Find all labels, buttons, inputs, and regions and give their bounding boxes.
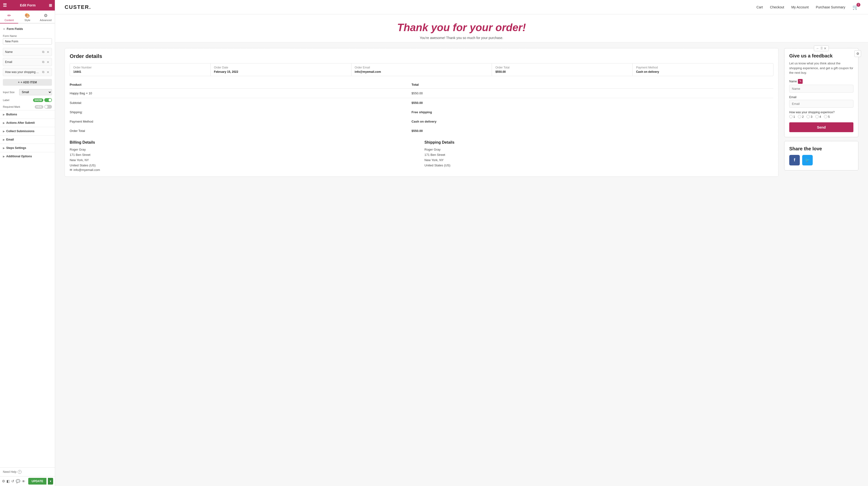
order-section: Order details Order Number 14441 Order D…	[65, 48, 778, 181]
input-size-select[interactable]: Small Medium Large	[19, 89, 52, 95]
menu-icon[interactable]: ☰	[3, 3, 7, 8]
totals-row-shipping: Shipping: Free shipping	[70, 108, 773, 117]
radio-circle-2	[798, 115, 801, 118]
meta-payment-method: Payment Method Cash on delivery	[633, 63, 773, 76]
radio-group: 1 2 3 4 5	[789, 115, 854, 119]
meta-order-date: Order Date February 15, 2022	[211, 63, 351, 76]
tab-advanced[interactable]: ⚙ Advanced	[37, 10, 55, 24]
form-name-label: Form Name	[3, 34, 52, 37]
radio-3[interactable]: 3	[806, 115, 812, 119]
required-mark-toggle-knob[interactable]	[44, 105, 52, 109]
widget-settings-icon[interactable]: ⚙	[855, 50, 861, 57]
advanced-icon: ⚙	[38, 13, 54, 18]
cart-badge: 0	[857, 3, 860, 7]
totals-row-payment: Payment Method Cash on delivery	[70, 117, 773, 126]
layers-icon[interactable]: ◧	[6, 478, 10, 485]
steps-settings-section: ▶ Steps Settings	[0, 144, 55, 152]
need-help[interactable]: Need Help ?	[0, 467, 55, 476]
send-button[interactable]: Send	[789, 122, 854, 132]
twitter-share-button[interactable]: 🐦	[802, 155, 813, 165]
radio-circle-5	[824, 115, 827, 118]
collect-submissions-section: ▶ Collect Submissions	[0, 127, 55, 135]
edit-name-field[interactable]: ✎	[798, 79, 803, 84]
main-body: Order details Order Number 14441 Order D…	[55, 42, 868, 187]
close-widget-btn[interactable]: ✕	[824, 47, 827, 50]
nav-checkout[interactable]: Checkout	[770, 5, 784, 9]
field-copy-name[interactable]: ⧉	[42, 50, 45, 54]
form-fields-toggle[interactable]: ▼ Form Fields	[3, 26, 52, 32]
tab-style[interactable]: 🎨 Style	[18, 10, 36, 24]
order-table: Product Total Happy Bag × 10 $550.00 Sub…	[70, 81, 773, 135]
field-delete-shopping[interactable]: ✕	[46, 70, 50, 74]
add-item-button[interactable]: + + ADD ITEM	[3, 79, 52, 86]
facebook-icon: f	[794, 157, 795, 162]
actions-after-submit-toggle[interactable]: ▶ Actions After Submit	[3, 119, 52, 127]
meta-order-number: Order Number 14441	[70, 63, 211, 76]
update-arrow-button[interactable]: ▾	[48, 478, 53, 485]
feedback-desc: Let us know what you think about the sho…	[789, 61, 854, 75]
nav-myaccount[interactable]: My Account	[792, 5, 809, 9]
history-icon[interactable]: ↺	[11, 478, 14, 485]
meta-order-total: Order Total $550.00	[492, 63, 633, 76]
grid-icon[interactable]: ⊞	[49, 3, 52, 8]
radio-1[interactable]: 1	[789, 115, 795, 119]
form-name-row: Form Name	[0, 33, 55, 47]
col-total: Total	[411, 81, 773, 89]
collect-submissions-toggle[interactable]: ▶ Collect Submissions	[3, 127, 52, 135]
totals-row-subtotal: Subtotal: $550.00	[70, 98, 773, 108]
thank-you-title: Thank you for your order!	[65, 22, 859, 33]
field-delete-email[interactable]: ✕	[46, 60, 50, 64]
field-copy-email[interactable]: ⧉	[42, 60, 45, 64]
steps-settings-toggle[interactable]: ▶ Steps Settings	[3, 144, 52, 152]
add-item-plus: +	[18, 81, 20, 84]
table-row: Happy Bag × 10 $550.00	[70, 89, 773, 98]
bottom-bar: ⚙ ◧ ↺ 💬 👁 UPDATE ▾	[0, 476, 55, 486]
sidebar-bottom: Need Help ? ⚙ ◧ ↺ 💬 👁 UPDATE ▾	[0, 467, 55, 486]
tab-content[interactable]: ✏ Content	[0, 10, 18, 24]
settings-icon[interactable]: ⚙	[2, 478, 5, 485]
totals-row-order-total: Order Total $550.00	[70, 126, 773, 135]
comments-icon[interactable]: 💬	[16, 478, 20, 485]
field-row-shopping: How was your shopping ... ⧉ ✕	[3, 68, 52, 76]
cart-button[interactable]: 🛒 0	[852, 4, 859, 10]
feedback-title: Give us a feedback	[789, 53, 854, 59]
form-fields-arrow: ▼	[3, 28, 5, 30]
preview-icon[interactable]: 👁	[22, 478, 25, 485]
required-mark-toggle[interactable]: HIDE	[35, 105, 52, 109]
form-fields-section: ▼ Form Fields	[0, 24, 55, 33]
input-size-row: Input Size Small Medium Large	[0, 88, 55, 97]
order-meta: Order Number 14441 Order Date February 1…	[70, 63, 773, 76]
order-details-title: Order details	[70, 53, 773, 59]
share-title: Share the love	[789, 146, 854, 152]
drag-btn[interactable]: ⠿	[820, 47, 823, 50]
label-toggle-knob[interactable]	[44, 98, 52, 102]
email-toggle[interactable]: ▶ Email	[3, 135, 52, 144]
name-field-label-row: Name ✎	[789, 79, 854, 84]
nav-cart[interactable]: Cart	[756, 5, 763, 9]
buttons-toggle[interactable]: ▶ Buttons	[3, 110, 52, 119]
name-field-input[interactable]	[789, 85, 854, 93]
update-button[interactable]: UPDATE	[28, 478, 46, 485]
sidebar-tabs: ✏ Content 🎨 Style ⚙ Advanced	[0, 10, 55, 24]
radio-5[interactable]: 5	[824, 115, 830, 119]
help-icon: ?	[18, 470, 22, 474]
field-row-email: Email ⧉ ✕	[3, 58, 52, 66]
top-nav: CUSTER. Cart Checkout My Account Purchas…	[55, 0, 868, 14]
radio-4[interactable]: 4	[815, 115, 821, 119]
feedback-box: ← ⠿ ✕ ⚙ Give us a feedback Let us know w…	[784, 48, 859, 137]
facebook-share-button[interactable]: f	[789, 155, 800, 165]
form-name-input[interactable]	[3, 38, 52, 44]
nav-links: Cart Checkout My Account Purchase Summar…	[756, 4, 859, 10]
radio-2[interactable]: 2	[798, 115, 804, 119]
additional-options-toggle[interactable]: ▶ Additional Options	[3, 152, 52, 160]
field-copy-shopping[interactable]: ⧉	[42, 70, 45, 74]
nav-purchase-summary[interactable]: Purchase Summary	[816, 5, 845, 9]
sidebar-title: Edit Form	[7, 3, 49, 7]
label-toggle[interactable]: SHOW	[33, 98, 52, 102]
radio-circle-3	[806, 115, 810, 118]
email-field-input[interactable]	[789, 100, 854, 108]
logo: CUSTER.	[65, 4, 91, 10]
move-left-btn[interactable]: ←	[816, 47, 819, 50]
field-delete-name[interactable]: ✕	[46, 50, 50, 54]
required-mark-toggle-row: Required Mark HIDE	[0, 103, 55, 110]
